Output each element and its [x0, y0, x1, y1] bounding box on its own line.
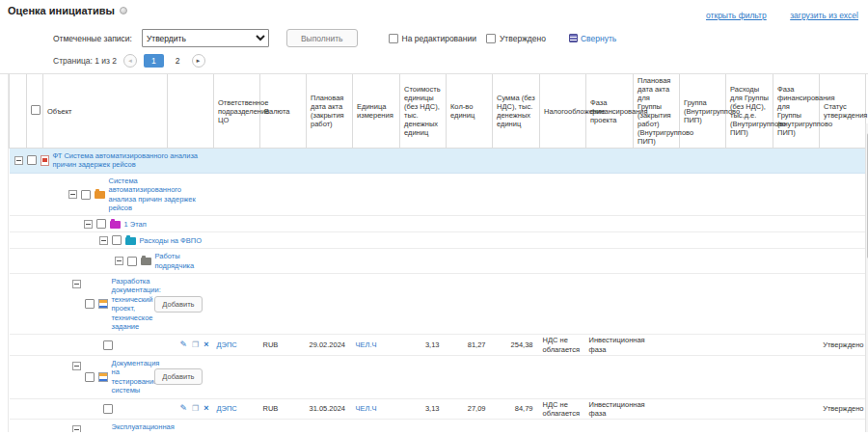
edit-icon[interactable]: ✎ — [180, 340, 188, 350]
folder-icon — [110, 221, 121, 229]
header-row: Объект Ответственное подразделение ЦО Ва… — [10, 74, 866, 149]
header-sum: Сумма (без НДС), тыс. денежных единиц — [493, 74, 540, 149]
help-icon — [120, 7, 127, 14]
initiatives-table: Объект Ответственное подразделение ЦО Ва… — [9, 74, 866, 432]
page-title-text: Оценка инициативы — [8, 5, 115, 16]
collapse-row-icon[interactable] — [115, 257, 123, 265]
finance-phase-value: Инвестиционная фаза — [586, 335, 634, 356]
header-currency: Валюта — [260, 74, 307, 149]
top-bar: Оценка инициативы открыть фильтр загрузи… — [0, 0, 868, 22]
action-select[interactable]: Утвердить — [142, 29, 269, 47]
table-row: Документация на тестирование системы Доб… — [10, 356, 866, 399]
quantity-value: 81,27 — [447, 335, 493, 356]
finance-phase-value: Инвестиционная фаза — [586, 398, 634, 420]
execute-button[interactable]: Выполнить — [286, 29, 358, 47]
object-link[interactable]: Эксплуатационная документация: регламент… — [112, 422, 151, 432]
table-row: Система автоматизированного анализа прич… — [10, 173, 866, 216]
collapse-row-icon[interactable] — [72, 280, 81, 288]
object-link[interactable]: Расходы на ФВПО — [140, 236, 207, 245]
collapse-all-link[interactable]: Свернуть — [569, 34, 616, 43]
pagination-label: Страница: 1 из 2 — [53, 56, 117, 66]
header-finance-phase: Фаза финансирования проекта — [586, 74, 634, 149]
act-date-value: 31.05.2024 — [307, 398, 353, 420]
row-checkbox[interactable] — [112, 235, 122, 245]
approved-checkbox-label: Утверждено — [500, 34, 546, 43]
collapse-row-icon[interactable] — [72, 362, 81, 370]
header-expander — [10, 74, 27, 149]
add-button[interactable]: Добавить — [154, 296, 202, 313]
collapse-icon — [569, 34, 578, 42]
delete-icon[interactable]: × — [203, 403, 208, 414]
copy-icon[interactable]: ❐ — [192, 340, 199, 350]
object-link[interactable]: 1 Этап — [124, 220, 207, 229]
marked-records-label: Отмеченные записи: — [53, 34, 132, 43]
unit-cost-value: 3,13 — [400, 335, 447, 356]
row-checkbox[interactable] — [96, 219, 106, 229]
row-checkbox[interactable] — [127, 257, 137, 266]
table-row: ✎ ❐ × ДЭПС RUB 29.02.2024 ЧЕЛ.Ч 3,13 81,… — [10, 335, 866, 356]
collapse-row-icon[interactable] — [84, 220, 93, 229]
collapse-row-icon[interactable] — [14, 156, 23, 165]
header-group-expenses: Расходы для Группы (без НДС), тыс.д.е. (… — [726, 74, 773, 149]
table-row: ФТ Система автоматизированного анализа п… — [10, 149, 866, 174]
department-link[interactable]: ДЭПС — [217, 340, 237, 349]
initiatives-grid: Объект Ответственное подразделение ЦО Ва… — [8, 74, 868, 432]
row-checkbox[interactable] — [103, 404, 113, 414]
object-link[interactable]: Документация на тестирование системы — [112, 359, 151, 395]
act-date-value: 29.02.2024 — [307, 335, 353, 356]
row-checkbox[interactable] — [85, 372, 95, 382]
header-group: Группа (Внутригруппово ПИП) — [680, 74, 726, 149]
prev-page-button[interactable]: ◄ — [123, 54, 137, 68]
work-item-icon — [98, 299, 108, 309]
object-link[interactable]: Система автоматизированного анализа прич… — [109, 177, 207, 213]
header-unit-cost: Стоимость единицы (без НДС), тыс. денежн… — [400, 74, 447, 149]
unit-cost-value: 3,13 — [400, 398, 447, 420]
top-links: открыть фильтр загрузить из excel — [687, 5, 858, 22]
document-icon — [41, 155, 49, 166]
unit-link[interactable]: ЧЕЛ.Ч — [356, 404, 377, 413]
edit-icon[interactable]: ✎ — [180, 403, 188, 414]
page-1-button[interactable]: 1 — [144, 54, 164, 68]
header-group-finance-phase: Фаза финансирования для Группы (внутригр… — [773, 74, 820, 149]
header-tax: Налогообложение — [540, 74, 586, 149]
table-row: Эксплуатационная документация: регламент… — [10, 420, 866, 432]
collapse-row-icon[interactable] — [99, 236, 108, 245]
row-checkbox[interactable] — [103, 340, 113, 350]
row-checkbox[interactable] — [27, 155, 37, 165]
header-unit: Единица измерения — [353, 74, 400, 149]
copy-icon[interactable]: ❐ — [192, 404, 199, 414]
header-object: Объект — [43, 74, 168, 149]
editing-filter: На редактировании — [389, 34, 476, 43]
page-2-button[interactable]: 2 — [171, 54, 185, 68]
header-group-act-date: Плановая дата акта для Группы (закрытия … — [634, 74, 680, 149]
select-all-checkbox[interactable] — [31, 105, 41, 115]
collapse-link-label: Свернуть — [581, 34, 616, 43]
object-link[interactable]: Разработка документации: технический про… — [112, 277, 151, 331]
sum-value: 84,79 — [493, 398, 540, 420]
open-filter-link[interactable]: открыть фильтр — [706, 11, 767, 20]
department-link[interactable]: ДЭПС — [217, 404, 237, 413]
currency-value: RUB — [260, 398, 307, 420]
collapse-row-icon[interactable] — [72, 425, 81, 432]
load-from-excel-link[interactable]: загрузить из excel — [790, 11, 858, 20]
row-checkbox[interactable] — [81, 190, 91, 200]
collapse-row-icon[interactable] — [68, 190, 77, 199]
add-button[interactable]: Добавить — [154, 368, 202, 385]
approved-checkbox[interactable] — [486, 34, 496, 43]
approved-filter: Утверждено — [486, 34, 546, 43]
unit-link[interactable]: ЧЕЛ.Ч — [356, 340, 377, 349]
tax-value: НДС не облагается — [540, 335, 586, 356]
header-actions — [168, 74, 214, 149]
folder-icon — [125, 237, 136, 245]
object-link[interactable]: ФТ Система автоматизированного анализа п… — [53, 151, 207, 170]
page-title: Оценка инициативы — [8, 5, 127, 16]
header-department: Ответственное подразделение ЦО — [214, 74, 260, 149]
row-checkbox[interactable] — [85, 299, 95, 309]
table-row: ✎ ❐ × ДЭПС RUB 31.05.2024 ЧЕЛ.Ч 3,13 27,… — [10, 398, 866, 420]
next-page-button[interactable]: ► — [192, 54, 205, 68]
object-link[interactable]: Работы подрядчика — [155, 252, 207, 270]
delete-icon[interactable]: × — [203, 340, 208, 350]
folder-icon — [95, 191, 105, 199]
editing-checkbox[interactable] — [389, 34, 398, 43]
status-value: Утверждено — [820, 398, 866, 420]
